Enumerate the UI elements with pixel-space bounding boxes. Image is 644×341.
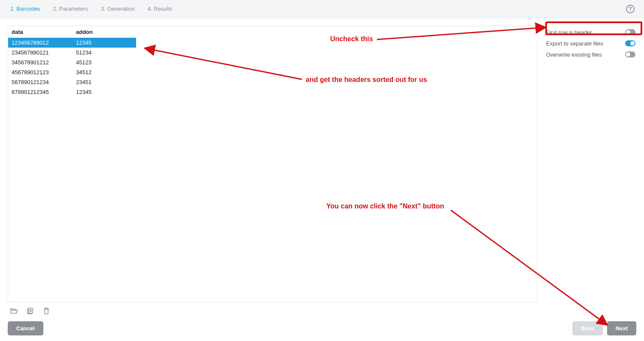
- table-row[interactable]: 67890121234512345: [8, 87, 136, 97]
- data-table: data addon 12345678901212345234567890121…: [8, 26, 136, 97]
- table-action-icons: [8, 302, 538, 315]
- open-folder-icon[interactable]: [9, 307, 18, 315]
- cell-data: 234567890121: [8, 48, 73, 57]
- table-row[interactable]: 12345678901212345: [8, 38, 136, 48]
- cell-data: 123456789012: [8, 38, 73, 48]
- cancel-button[interactable]: Cancel: [8, 321, 43, 335]
- option-label: First row is header: [546, 29, 592, 36]
- col-header-data: data: [8, 26, 73, 38]
- toggle-overwrite[interactable]: [625, 51, 635, 57]
- cell-data: 678901212345: [8, 87, 73, 97]
- cell-addon: 34512: [73, 67, 136, 77]
- wizard-tab-1[interactable]: 1. Barcodes: [10, 6, 40, 12]
- option-label: Overwrite existing files: [546, 51, 602, 58]
- wizard-footer: Cancel Back Next: [0, 315, 644, 341]
- table-row[interactable]: 45678901212334512: [8, 67, 136, 77]
- cell-addon: 45123: [73, 57, 136, 67]
- data-table-wrap: data addon 12345678901212345234567890121…: [8, 26, 538, 302]
- cell-addon: 23451: [73, 77, 136, 87]
- cell-addon: 51234: [73, 48, 136, 57]
- option-label: Export to separate files: [546, 40, 603, 47]
- back-button[interactable]: Back: [572, 321, 603, 335]
- cell-addon: 12345: [73, 87, 136, 97]
- cell-addon: 12345: [73, 38, 136, 48]
- content-area: data addon 12345678901212345234567890121…: [0, 18, 644, 315]
- table-header-row: data addon: [8, 26, 136, 38]
- cell-data: 567890121234: [8, 77, 73, 87]
- wizard-tab-4[interactable]: 4. Results: [148, 6, 173, 12]
- table-row[interactable]: 23456789012151234: [8, 48, 136, 57]
- toggle-first_row_header[interactable]: [625, 29, 635, 35]
- wizard-header: 1. Barcodes2. Parameters3. Generation4. …: [0, 0, 644, 18]
- table-row[interactable]: 56789012123423451: [8, 77, 136, 87]
- cell-data: 456789012123: [8, 67, 73, 77]
- toggle-export_separate[interactable]: [625, 40, 635, 46]
- copy-icon[interactable]: [26, 307, 34, 315]
- trash-icon[interactable]: [42, 307, 51, 315]
- option-first_row_header: First row is header: [545, 27, 636, 38]
- wizard-tab-2[interactable]: 2. Parameters: [53, 6, 88, 12]
- col-header-addon: addon: [73, 26, 136, 38]
- next-button[interactable]: Next: [607, 321, 636, 335]
- options-panel: First row is headerExport to separate fi…: [545, 26, 636, 315]
- option-overwrite: Overwrite existing files: [545, 49, 636, 60]
- wizard-tab-3[interactable]: 3. Generation: [101, 6, 135, 12]
- main-column: data addon 12345678901212345234567890121…: [8, 26, 538, 315]
- option-export_separate: Export to separate files: [545, 38, 636, 49]
- table-row[interactable]: 34567890121245123: [8, 57, 136, 67]
- help-icon[interactable]: ?: [626, 5, 635, 13]
- cell-data: 345678901212: [8, 57, 73, 67]
